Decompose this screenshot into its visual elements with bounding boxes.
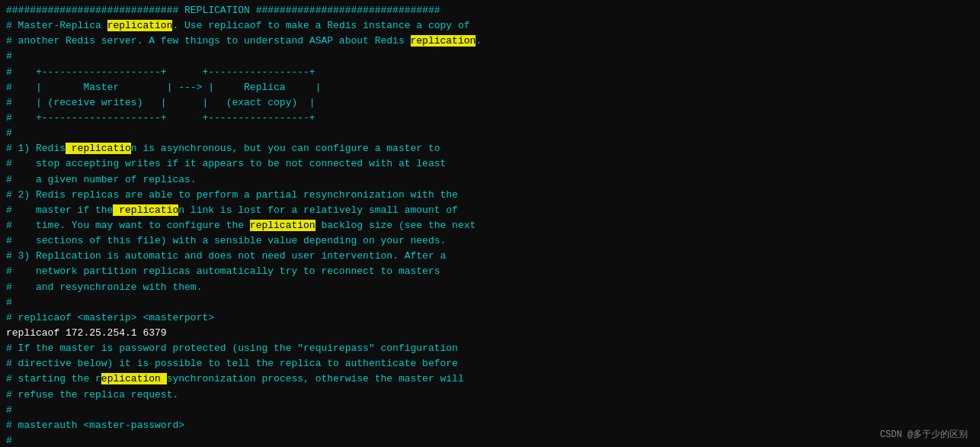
code-line: # Master-Replica replication. Use replic… bbox=[6, 18, 974, 34]
code-line: # another Redis server. A few things to … bbox=[6, 34, 974, 49]
code-line: # replicaof <masterip> <masterport> bbox=[6, 310, 974, 326]
highlight-word: eplication bbox=[101, 373, 167, 384]
code-line: # stop accepting writes if it appears to… bbox=[6, 156, 974, 172]
code-line: # master if the replication link is lost… bbox=[6, 203, 974, 218]
code-line: # masterauth <master-password> bbox=[6, 418, 974, 433]
code-line: # 2) Redis replicas are able to perform … bbox=[6, 188, 974, 203]
code-line: # and resynchronize with them. bbox=[6, 280, 974, 295]
code-line: # a given number of replicas. bbox=[6, 172, 974, 188]
code-line: # bbox=[6, 49, 974, 64]
code-line: # bbox=[6, 403, 974, 418]
code-line: # network partition replicas automatical… bbox=[6, 264, 974, 279]
highlight-word: replication bbox=[411, 35, 476, 47]
code-line: # +--------------------+ +--------------… bbox=[6, 111, 974, 126]
terminal: ############################# REPLICATIO… bbox=[0, 0, 980, 447]
code-line: # bbox=[6, 295, 974, 310]
code-line: # directive below) it is possible to tel… bbox=[6, 356, 974, 371]
highlight-word: replication bbox=[107, 20, 173, 31]
highlight-word: replicatio bbox=[66, 143, 131, 154]
code-line: # | (receive writes) | | (exact copy) | bbox=[6, 95, 974, 111]
code-line: # sections of this file) with a sensible… bbox=[6, 233, 974, 249]
code-line: # +--------------------+ +--------------… bbox=[6, 65, 974, 80]
code-line: # 3) Replication is automatic and does n… bbox=[6, 249, 974, 264]
code-line: # bbox=[6, 126, 974, 141]
highlight-word: replicatio bbox=[113, 204, 178, 216]
code-content: ############################# REPLICATIO… bbox=[6, 3, 974, 447]
code-line: replicaof 172.25.254.1 6379 bbox=[6, 326, 974, 341]
code-line: ############################# REPLICATIO… bbox=[6, 3, 974, 18]
code-line: # refuse the replica request. bbox=[6, 388, 974, 403]
code-line: # starting the replication synchronizati… bbox=[6, 371, 974, 387]
code-line: # bbox=[6, 433, 974, 447]
watermark: CSDN @多于少的区别 bbox=[880, 428, 968, 441]
code-line: # If the master is password protected (u… bbox=[6, 341, 974, 356]
code-line: # | Master | ---> | Replica | bbox=[6, 80, 974, 95]
code-line: # 1) Redis replication is asynchronous, … bbox=[6, 141, 974, 156]
highlight-word: replication bbox=[250, 220, 315, 231]
code-line: # time. You may want to configure the re… bbox=[6, 218, 974, 233]
